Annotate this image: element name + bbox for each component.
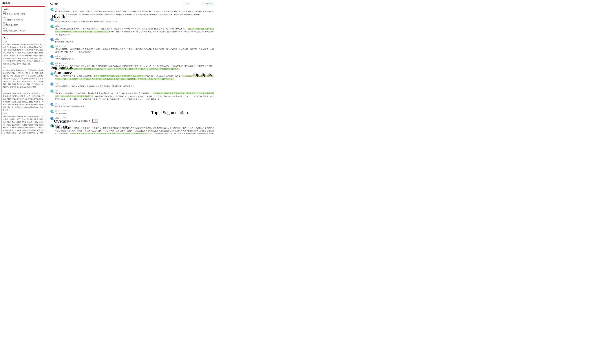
utterance-time: 07:24 [63,90,66,91]
utterance-text: 也不是也谈不上，就当时有两个体会，在这个和心理学结缘的时候，就是因为我自己其实在… [55,65,214,71]
utterance[interactable]: 3说话人 3 05:44对那个行业里头，现在深圳接办公司也还是这个行业里头，在核… [50,45,214,53]
utterance-text: 那是什么样的机缘？让您从计算机这个前沿的科学的这个领域，走到这个心理。 [55,20,214,23]
speaker-name: 说话人 3 [55,45,61,47]
utterance-text: 和我的专业，电子称重。 [55,40,214,43]
utterance[interactable]: 2说话人 2 08:25计算机在暗寻找互联网来进入心理行业的对。 [EOS] [50,117,214,123]
agenda-time: 31:15 [3,28,44,29]
utterance[interactable]: 3说话人 3 08:30所以这个要进入信任行业结缘，不得不提到一个关键的人，就是… [50,124,214,134]
utterance-text: 对那个行业里头，现在深圳接办公司也还是这个行业里头，在核心部件领域里头的这个一个… [55,47,214,53]
speaker-name: 说话人 2 [55,103,61,105]
utterance[interactable]: 3说话人 3 04:57所以我的自己的创业是用 it 做了一家以 it 为背景的… [50,25,214,36]
avatar: 3 [50,8,53,11]
avatar: 1 [50,18,53,21]
agenda-time: 08:29 [3,11,44,13]
agenda-title: 互联网进入心理行业的背景 [3,13,44,15]
speaker-name: 说话人 3 [55,110,61,112]
utterance-text: 那你是最早的投资心理行业的一个人。 [55,105,214,108]
agenda-item[interactable]: 23:43 心理学职业化历程 [3,22,44,26]
agenda-time: 23:43 [3,22,44,24]
search-icon [184,3,186,5]
transcript-title: 文字记录 [50,2,58,5]
transcript-header: 文字记录 搜索 创建片段 [50,1,214,6]
utterance[interactable]: 3说话人 3 07:24所以那 2000 年的时候，我们自己那个行业相对来说比较… [50,89,214,101]
discussion-section: 【讨论】 08:29 本次圆桌会议主题为心理咨询行业的反思和展望，IT技术属于心… [1,36,45,134]
app-root: 会议纪要 【议程】 08:29 互联网进入心理行业的背景18:44 IT互联网技… [0,0,217,134]
agenda-item[interactable]: 08:29 互联网进入心理行业的背景 [3,11,44,15]
utterance[interactable]: 1说话人 1 07:15连夜现在的词集叫计算机 plus 用计算机为传统行业赋能… [50,82,214,88]
avatar: 1 [50,55,53,58]
sidebar-minutes: 会议纪要 【议程】 08:29 互联网进入心理行业的背景18:44 IT互联网技… [0,0,47,134]
utterance-time: 04:57 [63,25,66,27]
avatar: 3 [50,45,53,48]
discussion-block: 18:44 2000年时代互联网横行的时代，心理咨询师的培养通过函数的方式执行，… [3,67,44,88]
discussion-time: 23:43 [3,90,44,92]
avatar: 3 [50,72,53,75]
utterance[interactable]: 3说话人 3 08:23而且谁确来说。 [50,110,214,115]
discussion-time: 08:29 [3,41,44,43]
utterance[interactable]: 3说话人 3 04:17对声音有问题没有。OK 好，那么这个结果我们当时配备的设… [50,7,214,16]
speaker-name: 说话人 3 [55,124,61,126]
avatar: 2 [50,117,53,120]
utterance-text: 所以这个要进入信任行业结缘，不得不提到一个关键的人，就是其实我也很感恩这个就是钟… [55,127,214,134]
utterance-body: 说话人 1 06:04现在叫连续成功创业者。 [55,55,214,61]
utterance-body: 说话人 1 04:51那是什么样的机缘？让您从计算机这个前沿的科学的这个领域，走… [55,18,214,23]
avatar: 1 [50,38,53,41]
discussion-label: 【讨论】 [3,37,44,40]
utterance-text: 所以我的自己的创业是用 it 做了一家以 it 为背景的公司，是在这个深圳，所以… [55,27,214,36]
speaker-name: 说话人 3 [55,25,61,27]
transcript-panel: 文字记录 搜索 创建片段 3说话人 3 04:17对声音有问题没有。OK 好，那… [47,0,217,134]
discussion-block: 08:29 本次圆桌会议主题为心理咨询行业的反思和展望，IT技术属于心理学启蒙者… [3,41,44,65]
agenda-item[interactable]: 18:44 IT互联网技术的赋能影响 [3,17,44,21]
discussion-block: 23:43 心理学行业可培养咨询师，也可实现个人化的学习。当时华夏心理网已完成心… [3,90,44,111]
avatar: 3 [50,124,53,127]
utterance-time: 04:17 [63,8,66,9]
create-segment-button[interactable]: 创建片段 [204,2,214,5]
utterance-text: 所以我就总结了我自己第一次创业成功的经验。实质上是我基于了称重行计算机的技术和那… [55,75,214,81]
discussion-text: 2000年时代互联网横行的时代，心理咨询师的培养通过函数的方式执行，早年间心理学… [3,69,44,88]
utterance-time: 06:04 [63,55,66,57]
avatar: 3 [50,90,53,93]
avatar: 2 [50,103,53,106]
utterance-time: 05:40 [63,38,66,40]
utterance-text: 所以那 2000 年的时候，我们自己那个行业相对来说比较专业和狭窄一点。这个就觉… [55,92,214,101]
utterance[interactable]: 1说话人 1 06:04现在叫连续成功创业者。 [50,55,214,61]
utterance-text: 连夜现在的词集叫计算机 plus 用计算机为传统行业赋能是所以他要咱们没有新鲜事… [55,85,214,88]
utterance-body: 说话人 2 08:20那你是最早的投资心理行业的一个人。 [55,103,214,108]
agenda-title: 心理学职业化历程 [3,24,44,26]
avatar: 3 [50,62,53,65]
utterance-body: 说话人 2 08:25计算机在暗寻找互联网来进入心理行业的对。 [EOS] [55,117,214,123]
agenda-item[interactable]: 31:15 心理学行业主管部门的归属 [3,28,44,32]
utterance-body: 说话人 1 07:15连夜现在的词集叫计算机 plus 用计算机为传统行业赋能是… [55,82,214,88]
utterance-time: 04:51 [63,18,66,20]
utterance[interactable]: 3说话人 3 06:07也不是也谈不上，就当时有两个体会，在这个和心理学结缘的时… [50,62,214,71]
avatar: 3 [50,110,53,113]
utterance-time: 06:42 [63,72,66,74]
utterance[interactable]: 1说话人 1 05:40和我的专业，电子称重。 [50,38,214,43]
speaker-name: 说话人 3 [55,89,61,92]
utterance-text: 而且谁确来说。 [55,112,214,115]
utterance[interactable]: 3说话人 3 06:42所以我就总结了我自己第一次创业成功的经验。实质上是我基于… [50,72,214,81]
utterance[interactable]: 2说话人 2 08:20那你是最早的投资心理行业的一个人。 [50,103,214,108]
agenda-section: 【议程】 08:29 互联网进入心理行业的背景18:44 IT互联网技术的赋能影… [1,6,45,35]
utterance-body: 说话人 3 06:42所以我就总结了我自己第一次创业成功的经验。实质上是我基于了… [55,72,214,81]
highlight: 在 2000 年那个时代互联网都已经出现的时候，居然心理咨询师的培养是用一个函授… [70,133,150,134]
highlight: 实质上是我基于了称重行计算机的技术和那个行业的专家合作， [94,75,145,77]
utterance-body: 说话人 3 06:07也不是也谈不上，就当时有两个体会，在这个和心理学结缘的时候… [55,62,214,71]
utterance-time: 08:30 [63,124,66,126]
discussion-time: 31:15 [3,113,44,115]
discussion-time: 18:44 [3,67,44,69]
utterance-body: 说话人 3 04:17对声音有问题没有。OK 好，那么这个结果我们当时配备的设备… [55,7,214,16]
utterance-list: 3说话人 3 04:17对声音有问题没有。OK 好，那么这个结果我们当时配备的设… [50,7,214,134]
speaker-name: 说话人 1 [55,38,61,40]
speaker-name: 说话人 3 [55,7,61,10]
utterance-body: 说话人 3 05:44对那个行业里头，现在深圳接办公司也还是这个行业里头，在核心… [55,45,214,53]
agenda-label: 【议程】 [3,8,44,10]
utterance[interactable]: 1说话人 1 04:51那是什么样的机缘？让您从计算机这个前沿的科学的这个领域，… [50,18,214,23]
discussion-text: 心理学行业可培养咨询师，也可实现个人化的学习。当时华夏心理网已完成心理学行业的第… [3,92,44,111]
utterance-text: 计算机在暗寻找互联网来进入心理行业的对。 [EOS] [55,119,214,123]
discussion-text: 心理咨询师的中国历史特殊背景与行业属性有关，导致心理学主管单位一直无法定位。当时… [3,115,44,134]
speaker-name: 说话人 1 [55,55,61,57]
highlight: 因为计算机行计算机技术可以去帮助很多很传统的行业，通过计算机划的过程中，让很多过… [62,68,180,70]
search-input[interactable]: 搜索 [183,2,202,5]
header-tools: 搜索 创建片段 [183,2,214,5]
